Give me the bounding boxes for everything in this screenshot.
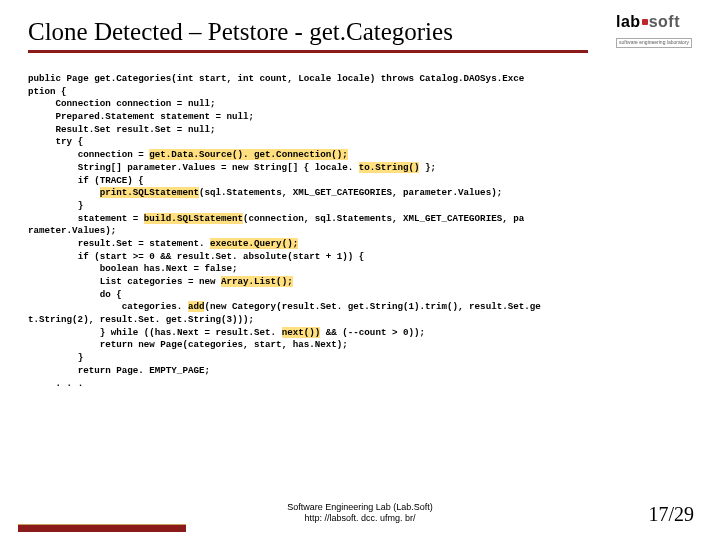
code-highlight: add: [188, 301, 205, 312]
code-line: connection =: [28, 149, 149, 160]
code-line: categories.: [28, 301, 188, 312]
code-line: };: [419, 162, 436, 173]
footer-line1: Software Engineering Lab (Lab.Soft): [0, 502, 720, 513]
code-line: [28, 187, 100, 198]
code-block: public Page get.Categories(int start, in…: [28, 73, 692, 390]
code-line: Prepared.Statement statement = null;: [28, 111, 254, 122]
code-line: Result.Set result.Set = null;: [28, 124, 215, 135]
code-line: try {: [28, 136, 83, 147]
code-highlight: to.String(): [359, 162, 420, 173]
slide-title: Clone Detected – Petstore - get.Categori…: [28, 18, 692, 46]
code-highlight: next()): [282, 327, 321, 338]
code-line: boolean has.Next = false;: [28, 263, 238, 274]
code-line: Connection connection = null;: [28, 98, 215, 109]
code-line: if (start >= 0 && result.Set. absolute(s…: [28, 251, 364, 262]
code-line: String[] parameter.Values = new String[]…: [28, 162, 359, 173]
code-line: return Page. EMPTY_PAGE;: [28, 365, 210, 376]
logo-subtitle: software engineering laboratory: [616, 38, 692, 48]
code-line: result.Set = statement.: [28, 238, 210, 249]
code-line: }: [28, 352, 83, 363]
code-highlight: build.SQLStatement: [144, 213, 243, 224]
logo: labsoft software engineering laboratory: [616, 14, 698, 48]
code-line: (sql.Statements, XML_GET_CATEGORIES, par…: [199, 187, 502, 198]
code-line: t.String(2), result.Set. get.String(3)))…: [28, 314, 254, 325]
footer: Software Engineering Lab (Lab.Soft) http…: [0, 502, 720, 524]
logo-soft: soft: [649, 13, 680, 30]
code-line: ption {: [28, 86, 67, 97]
logo-lab: lab: [616, 13, 641, 30]
code-line: && (--count > 0));: [320, 327, 425, 338]
code-line: do {: [28, 289, 122, 300]
code-line: } while ((has.Next = result.Set.: [28, 327, 282, 338]
code-line: statement =: [28, 213, 144, 224]
code-line: rameter.Values);: [28, 225, 116, 236]
code-highlight: execute.Query();: [210, 238, 298, 249]
footer-line2: http: //labsoft. dcc. ufmg. br/: [0, 513, 720, 524]
code-line: public Page get.Categories(int start, in…: [28, 73, 524, 84]
code-highlight: print.SQLStatement: [100, 187, 199, 198]
code-line: if (TRACE) {: [28, 175, 144, 186]
page-number: 17/29: [648, 503, 694, 526]
code-line: (new Category(result.Set. get.String(1).…: [204, 301, 540, 312]
bottom-bar: [18, 524, 186, 532]
logo-dot-icon: [642, 19, 648, 25]
code-highlight: get.Data.Source(). get.Connection();: [149, 149, 347, 160]
logo-text: labsoft: [616, 14, 698, 30]
title-underline: [28, 50, 588, 53]
code-line: (connection, sql.Statements, XML_GET_CAT…: [243, 213, 524, 224]
code-line: List categories = new: [28, 276, 221, 287]
code-highlight: Array.List();: [221, 276, 293, 287]
code-line: }: [28, 200, 83, 211]
code-line: . . .: [28, 378, 83, 389]
code-line: return new Page(categories, start, has.N…: [28, 339, 348, 350]
